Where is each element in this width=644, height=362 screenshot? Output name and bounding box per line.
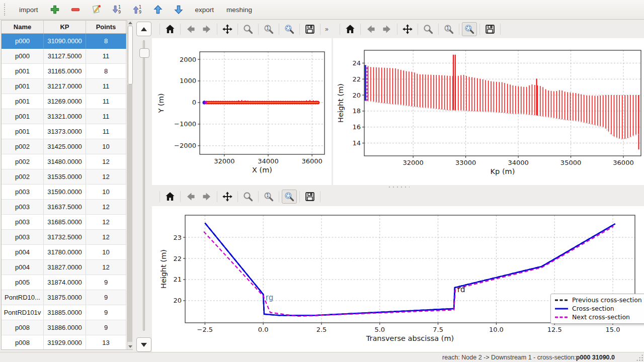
pan-button[interactable]: [220, 190, 235, 204]
table-row[interactable]: p00131217.000011: [2, 79, 132, 94]
points-cell: 11: [86, 109, 126, 124]
pan-button[interactable]: [220, 22, 235, 36]
table-row[interactable]: PontRD10...31875.00009: [2, 290, 132, 305]
kp-cell: 31732.5000: [44, 230, 86, 245]
table-row[interactable]: p00031090.00008: [2, 34, 132, 49]
zoom-region-button[interactable]: [462, 22, 477, 36]
save-icon: [304, 24, 315, 35]
zoom-region-button[interactable]: [282, 190, 297, 204]
kp-cell: 31929.0000: [44, 335, 86, 350]
back-button[interactable]: [183, 190, 198, 204]
table-row[interactable]: p00031127.500011: [2, 49, 132, 64]
name-cell: p002: [2, 169, 44, 185]
table-row[interactable]: PontRD101v31885.00009: [2, 305, 132, 320]
name-cell: p003: [2, 230, 44, 245]
table-row[interactable]: p00331637.500012: [2, 200, 132, 215]
cross-section-plot-canvas[interactable]: −2.50.02.55.07.510.012.515.020212223rgrd…: [152, 206, 644, 352]
save-button[interactable]: [482, 22, 498, 36]
legend-label: Previous cross-section: [572, 296, 642, 304]
save-button[interactable]: [302, 22, 317, 36]
back-button[interactable]: [363, 22, 378, 36]
toolbar-overflow-button[interactable]: »: [323, 26, 331, 33]
kp-cell: 31780.0000: [44, 245, 86, 260]
table-scrollbar[interactable]: [127, 20, 133, 349]
horizontal-splitter[interactable]: [152, 185, 644, 189]
home-button[interactable]: [163, 22, 178, 36]
home-icon: [165, 24, 176, 35]
zoom-one-button[interactable]: 1: [261, 22, 276, 36]
table-row[interactable]: p00431780.000010: [2, 245, 132, 260]
import-button[interactable]: import: [16, 4, 41, 16]
column-header-name[interactable]: Name: [2, 21, 44, 33]
move-down-icon: [173, 4, 184, 15]
splitter-handle-icon[interactable]: [387, 186, 410, 188]
table-row[interactable]: p00131373.000011: [2, 124, 132, 139]
profile-plot-canvas[interactable]: 3200033000340003500036000141618202224Kp …: [333, 38, 644, 185]
svg-text:2.5: 2.5: [316, 326, 327, 333]
toolbar-separator: [180, 24, 181, 35]
zoom-button[interactable]: [421, 22, 436, 36]
column-header-kp[interactable]: KP: [44, 21, 86, 33]
table-row[interactable]: p00331732.500012: [2, 230, 132, 245]
sort-ascending-button[interactable]: 19: [130, 3, 144, 17]
column-header-points[interactable]: Points: [86, 21, 126, 33]
table-row[interactable]: p00131165.00008: [2, 64, 132, 79]
forward-button[interactable]: [199, 190, 214, 204]
points-cell: 12: [86, 154, 126, 169]
forward-button[interactable]: [379, 22, 394, 36]
sort-descending-button[interactable]: 19: [110, 3, 124, 17]
export-button[interactable]: export: [192, 4, 217, 16]
table-row[interactable]: p00531874.00009: [2, 275, 132, 290]
back-button[interactable]: [183, 22, 198, 36]
points-cell: 9: [86, 275, 126, 290]
zoom-button[interactable]: [240, 22, 256, 36]
table-row[interactable]: p00231535.000012: [2, 169, 132, 185]
y-axis-label: Height (m): [337, 83, 345, 123]
zoom-region-button[interactable]: [282, 22, 297, 36]
move-down-button[interactable]: [172, 3, 186, 17]
save-button[interactable]: [302, 190, 317, 204]
zoom-button[interactable]: [240, 190, 256, 204]
save-icon: [304, 191, 315, 202]
toolbar-drag-handle[interactable]: [4, 4, 8, 16]
table-row[interactable]: p00131321.000011: [2, 109, 132, 124]
table-row[interactable]: p00831886.00009: [2, 320, 132, 335]
points-cell: 10: [86, 139, 126, 154]
edit-cross-section-button[interactable]: [89, 3, 103, 17]
plan-plot-canvas[interactable]: 320003400036000−2000−1000010002000X (m)Y…: [152, 38, 332, 185]
table-scrollbar-down-icon[interactable]: [128, 344, 132, 349]
next-section-button[interactable]: [136, 337, 151, 352]
table-row[interactable]: p00231425.000010: [2, 139, 132, 154]
home-button[interactable]: [163, 190, 178, 204]
table-row[interactable]: p00431827.000012: [2, 260, 132, 275]
status-text: reach: Node 2 -> Downstream 1 - cross-se…: [442, 354, 576, 361]
previous-section-button[interactable]: [136, 22, 151, 36]
pan-button[interactable]: [400, 22, 415, 36]
table-row[interactable]: p00331685.000012: [2, 215, 132, 230]
home-button[interactable]: [343, 22, 358, 36]
toolbar-separator: [279, 191, 279, 202]
table-row[interactable]: p00131269.000011: [2, 94, 132, 109]
table-scrollbar-up-icon[interactable]: [128, 21, 132, 25]
svg-text:15.0: 15.0: [606, 326, 620, 333]
toolbar-separator: [320, 24, 320, 35]
zoom-one-button[interactable]: 1: [441, 22, 456, 36]
table-row[interactable]: p00331590.000010: [2, 185, 132, 200]
table-row[interactable]: p00831929.000013: [2, 335, 132, 350]
svg-text:1000: 1000: [180, 77, 196, 84]
points-cell: 13: [86, 335, 126, 350]
zoom-one-button[interactable]: 1: [261, 190, 276, 204]
forward-button[interactable]: [199, 22, 214, 36]
svg-text:21: 21: [173, 276, 182, 283]
section-slider-handle[interactable]: [139, 48, 149, 58]
zoom-one-icon: 1: [263, 24, 274, 35]
add-cross-section-button[interactable]: [48, 3, 62, 17]
table-row[interactable]: p00231480.000012: [2, 154, 132, 169]
kp-cell: 31090.0000: [44, 34, 86, 49]
table-scrollbar-track[interactable]: [127, 84, 132, 342]
section-slider-groove[interactable]: [143, 40, 145, 331]
table-scrollbar-thumb[interactable]: [128, 26, 133, 84]
move-up-button[interactable]: [151, 3, 165, 17]
meshing-button[interactable]: meshing: [223, 4, 255, 16]
remove-cross-section-button[interactable]: [68, 3, 83, 17]
